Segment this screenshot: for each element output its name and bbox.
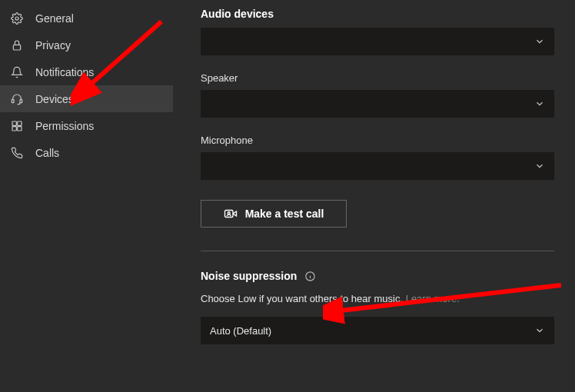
- chevron-down-icon: [534, 36, 545, 47]
- sidebar-item-notifications[interactable]: Notifications: [0, 58, 173, 85]
- permissions-icon: [11, 120, 28, 132]
- test-call-label: Make a test call: [245, 208, 324, 220]
- svg-point-10: [228, 212, 230, 214]
- microphone-select[interactable]: [201, 152, 554, 180]
- sidebar-item-devices[interactable]: Devices: [0, 85, 173, 112]
- svg-point-0: [15, 17, 18, 20]
- section-divider: [201, 251, 554, 251]
- sidebar-item-label: Permissions: [35, 120, 94, 132]
- sidebar-item-label: Notifications: [35, 66, 94, 78]
- noise-suppression-helper: Choose Low if you want others to hear mu…: [201, 293, 563, 304]
- sidebar-item-label: General: [35, 12, 74, 25]
- speaker-label: Speaker: [201, 72, 563, 84]
- headset-icon: [11, 93, 28, 105]
- make-test-call-button[interactable]: Make a test call: [201, 200, 347, 228]
- svg-rect-8: [224, 211, 233, 218]
- call-icon: [11, 147, 28, 159]
- sidebar-item-calls[interactable]: Calls: [0, 139, 173, 166]
- svg-rect-1: [13, 45, 20, 50]
- audio-devices-select[interactable]: [201, 28, 554, 55]
- sidebar-item-general[interactable]: General: [0, 5, 173, 32]
- chevron-down-icon: [534, 325, 545, 336]
- microphone-label: Microphone: [201, 135, 563, 146]
- svg-rect-4: [12, 121, 16, 125]
- chevron-down-icon: [534, 98, 545, 109]
- sidebar-item-label: Privacy: [35, 39, 71, 51]
- svg-rect-5: [18, 121, 22, 125]
- video-person-icon: [224, 207, 238, 221]
- svg-rect-6: [12, 126, 16, 130]
- sidebar-item-label: Calls: [35, 147, 59, 159]
- noise-suppression-value: Auto (Default): [210, 325, 271, 337]
- settings-main: Audio devices Speaker Microphone: [173, 0, 575, 392]
- svg-rect-2: [12, 99, 14, 102]
- lock-icon: [11, 39, 28, 51]
- svg-rect-3: [20, 99, 22, 102]
- learn-more-link[interactable]: Learn more.: [406, 293, 460, 304]
- bell-icon: [11, 66, 28, 78]
- speaker-select[interactable]: [201, 90, 554, 118]
- info-icon[interactable]: [304, 271, 316, 282]
- noise-suppression-select[interactable]: Auto (Default): [201, 317, 554, 344]
- gear-icon: [11, 12, 28, 25]
- noise-suppression-heading: Noise suppression: [201, 270, 297, 282]
- sidebar-item-privacy[interactable]: Privacy: [0, 32, 173, 58]
- sidebar-item-label: Devices: [35, 93, 74, 105]
- chevron-down-icon: [534, 161, 545, 171]
- audio-devices-heading: Audio devices: [201, 8, 563, 20]
- settings-sidebar: General Privacy Notifications: [0, 0, 173, 392]
- sidebar-item-permissions[interactable]: Permissions: [0, 112, 173, 139]
- svg-rect-7: [18, 126, 22, 130]
